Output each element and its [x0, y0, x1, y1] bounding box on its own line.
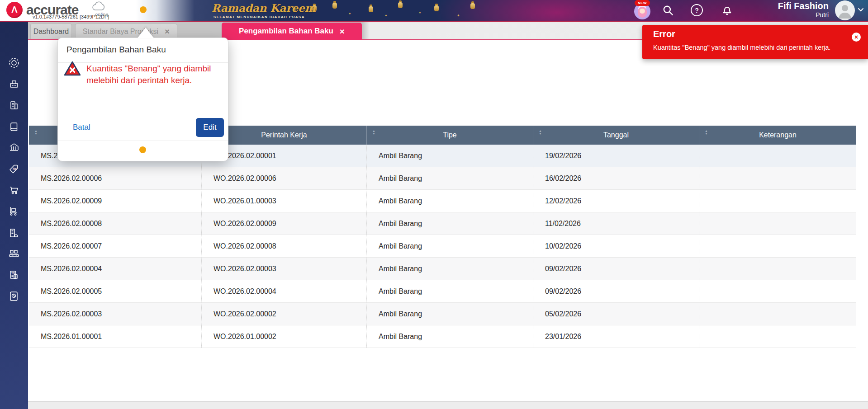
- tab-standar-biaya-produksi[interactable]: Standar Biaya Produksi ×: [75, 24, 177, 39]
- sidebar-nav: Rp TAX: [0, 22, 28, 409]
- cell-tipe: Ambil Barang: [366, 258, 533, 280]
- header-divider: [0, 21, 868, 22]
- cell-perintah_kerja: WO.2026.02.00009: [201, 212, 366, 235]
- cell-keterangan: [699, 145, 856, 167]
- sidebar-item-sales-rp-tag-icon[interactable]: Rp: [7, 163, 21, 176]
- cell-tanggal: 09/02/2026: [533, 280, 699, 302]
- sidebar-item-report-chart-icon[interactable]: [7, 290, 21, 303]
- table-row[interactable]: MS.2026.02.00006WO.2026.02.00006Ambil Ba…: [29, 167, 856, 190]
- column-header-keterangan[interactable]: ▲▼ Keterangan: [699, 126, 856, 145]
- lantern-icon: [434, 5, 439, 11]
- table-row[interactable]: MS.2026.01.00001WO.2026.01.00002Ambil Ba…: [29, 325, 856, 348]
- sort-icon: ▲▼: [34, 130, 38, 135]
- cell-perintah_kerja: WO.2026.02.00006: [201, 167, 366, 189]
- banner-subtitle: SELAMAT MENUNAIKAN IBADAH PUASA: [213, 15, 305, 19]
- toast-close-icon[interactable]: ×: [852, 33, 861, 42]
- cell-tipe: Ambil Barang: [366, 303, 533, 325]
- user-avatar[interactable]: [835, 0, 855, 20]
- banner-title: Ramadan Kareem: [212, 2, 316, 14]
- accurate-logo-icon: Λ: [6, 2, 23, 18]
- cell-tanggal: 23/01/2026: [533, 325, 699, 348]
- ramadan-banner-decorations: ☽ ✦ ✦ ✦ ✦: [0, 0, 868, 21]
- user-info[interactable]: Fifi Fashion Putri: [742, 1, 829, 19]
- cell-perintah_kerja: WO.2026.02.00008: [201, 235, 366, 257]
- cell-keterangan: [699, 325, 856, 348]
- sort-icon: ▲▼: [372, 130, 375, 135]
- lantern-icon: [332, 3, 337, 9]
- dialog-caret: [138, 28, 154, 38]
- cell-perintah_kerja: WO.2026.02.00002: [201, 303, 366, 325]
- cell-nomor: MS.2026.02.00006: [29, 167, 201, 189]
- tab-close-icon[interactable]: ×: [165, 27, 170, 36]
- cell-keterangan: [699, 167, 856, 189]
- chevron-down-icon[interactable]: [858, 8, 864, 12]
- sidebar-item-company-building-icon[interactable]: [7, 99, 21, 112]
- sidebar-item-cash-register-icon[interactable]: [7, 77, 21, 91]
- new-badge: NEW: [635, 0, 650, 6]
- cell-tipe: Ambil Barang: [366, 235, 533, 257]
- sidebar-item-bank-icon[interactable]: [7, 141, 21, 155]
- loading-dot: [139, 146, 146, 153]
- cell-tipe: Ambil Barang: [366, 325, 533, 348]
- divider: [58, 141, 228, 141]
- sidebar-item-purchase-cart-icon[interactable]: [7, 183, 21, 197]
- help-icon[interactable]: ?: [691, 4, 703, 16]
- sidebar-item-inventory-trolley-icon[interactable]: [7, 205, 21, 218]
- top-header: Λ accurate online v1.0.1#3779-587261 [34…: [0, 0, 868, 21]
- tab-pengambilan-bahan-baku[interactable]: Pengambilan Bahan Baku ×: [222, 23, 362, 40]
- sparkle-icon: ✦: [418, 11, 422, 15]
- table-row[interactable]: MS.2026.02.00003WO.2026.02.00002Ambil Ba…: [29, 303, 856, 325]
- error-triangle-icon: [63, 61, 81, 77]
- edit-button[interactable]: Edit: [196, 118, 224, 137]
- cell-tanggal: 12/02/2026: [533, 190, 699, 212]
- cell-perintah_kerja: WO.2026.02.00003: [201, 258, 366, 280]
- sidebar-item-settings-gear-icon[interactable]: [7, 56, 21, 70]
- cancel-link[interactable]: Batal: [73, 123, 90, 132]
- sidebar-item-tax-icon[interactable]: TAX: [7, 268, 21, 282]
- cell-tipe: Ambil Barang: [366, 280, 533, 302]
- column-header-tanggal[interactable]: ▲▼ Tanggal: [533, 126, 699, 145]
- version-label: v1.0.1#3779-587261 [3499P12DP]: [33, 14, 109, 19]
- cell-nomor: MS.2026.02.00005: [29, 280, 201, 302]
- cell-perintah_kerja: WO.2026.01.00002: [201, 325, 366, 348]
- cell-tipe: Ambil Barang: [366, 145, 533, 167]
- cell-tipe: Ambil Barang: [366, 190, 533, 212]
- table-row[interactable]: MS.2026.02.00009WO.2026.01.00003Ambil Ba…: [29, 190, 856, 212]
- sparkle-icon: ✦: [348, 12, 351, 16]
- user-name: Fifi Fashion: [742, 1, 829, 11]
- svg-text:Rp: Rp: [13, 167, 17, 171]
- cell-nomor: MS.2026.02.00009: [29, 190, 201, 212]
- table-row[interactable]: MS.2026.02.00007WO.2026.02.00008Ambil Ba…: [29, 235, 856, 258]
- search-icon[interactable]: [661, 4, 675, 17]
- cell-tanggal: 09/02/2026: [533, 258, 699, 280]
- error-dialog: Pengambilan Bahan Baku Kuantitas "Benang…: [57, 38, 228, 161]
- sidebar-item-ledger-book-icon[interactable]: [7, 120, 21, 134]
- sparkle-icon: ✦: [384, 14, 388, 18]
- toast-message: Kuantitas "Benang" yang diambil melebihi…: [653, 44, 830, 51]
- cell-tanggal: 19/02/2026: [533, 145, 699, 167]
- sparkle-icon: ✦: [457, 14, 460, 18]
- sidebar-item-manufacturing-conveyor-icon[interactable]: [7, 247, 21, 261]
- tab-dashboard[interactable]: Dashboard: [30, 24, 72, 39]
- cell-keterangan: [699, 235, 856, 257]
- cell-keterangan: [699, 258, 856, 280]
- sidebar-item-fixed-assets-icon[interactable]: [7, 226, 21, 240]
- cell-perintah_kerja: WO.2026.01.00003: [201, 190, 366, 212]
- notification-bell-icon[interactable]: [720, 3, 734, 17]
- table-row[interactable]: MS.2026.02.00008WO.2026.02.00009Ambil Ba…: [29, 212, 856, 235]
- cell-keterangan: [699, 303, 856, 325]
- cell-nomor: MS.2026.02.00004: [29, 258, 201, 280]
- error-toast: Error Kuantitas "Benang" yang diambil me…: [642, 25, 868, 59]
- user-subname: Putri: [742, 12, 829, 19]
- table-row[interactable]: MS.2026.02.00005WO.2026.02.00004Ambil Ba…: [29, 280, 856, 303]
- dialog-error-message: Kuantitas "Benang" yang diambil melebihi…: [86, 63, 222, 86]
- column-header-tipe[interactable]: ▲▼ Tipe: [366, 126, 533, 145]
- cell-nomor: MS.2026.02.00003: [29, 303, 201, 325]
- table-body: MS.2WO.2026.02.00001Ambil Barang19/02/20…: [29, 145, 856, 348]
- tab-close-icon[interactable]: ×: [340, 27, 345, 36]
- cell-tanggal: 16/02/2026: [533, 167, 699, 189]
- dialog-title: Pengambilan Bahan Baku: [66, 45, 166, 55]
- table-row[interactable]: MS.2026.02.00004WO.2026.02.00003Ambil Ba…: [29, 258, 856, 280]
- cloud-icon: [90, 1, 109, 13]
- cell-tanggal: 10/02/2026: [533, 235, 699, 257]
